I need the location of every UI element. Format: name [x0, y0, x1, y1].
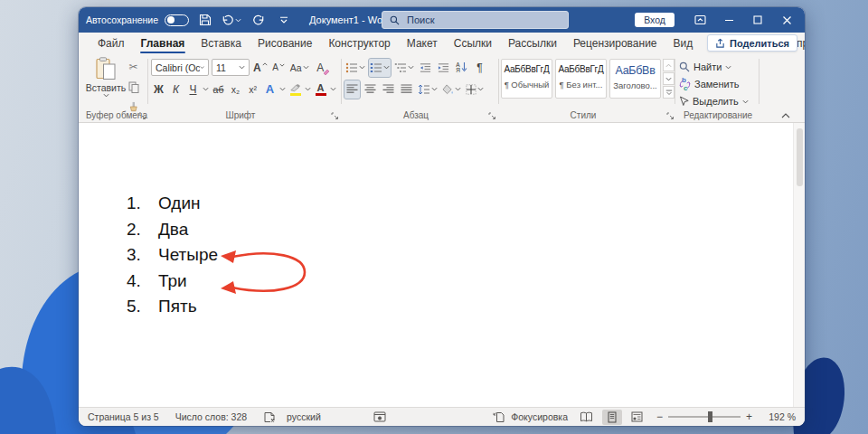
chevron-down-icon	[408, 65, 414, 70]
zoom-level[interactable]: 192 %	[761, 411, 796, 422]
search-box[interactable]: Поиск	[382, 11, 569, 29]
maximize-button[interactable]	[745, 8, 770, 32]
document-canvas[interactable]: 1.Один 2.Два 3.Четыре 4.Три 5.Пять	[79, 123, 805, 407]
tab-references[interactable]: Ссылки	[446, 33, 500, 54]
style-heading1[interactable]: АаБбВв Заголово...	[609, 59, 661, 99]
focus-button[interactable]: Фокусировка	[493, 411, 568, 423]
justify-button[interactable]	[399, 80, 414, 99]
strikethrough-button[interactable]: аб	[211, 80, 226, 99]
change-case-button[interactable]: Аа	[289, 59, 310, 77]
clipboard-dialog-launcher[interactable]	[138, 112, 146, 120]
word-count[interactable]: Число слов: 328	[175, 411, 247, 422]
ribbon-display-options-button[interactable]	[687, 8, 712, 32]
close-button[interactable]	[774, 8, 799, 32]
zoom-slider[interactable]	[668, 416, 741, 418]
cut-button[interactable]: ✂	[126, 58, 141, 76]
subscript-button[interactable]: x₂	[228, 80, 243, 99]
copy-button[interactable]	[126, 78, 141, 96]
zoom-out-button[interactable]: −	[656, 410, 663, 423]
text-effects-button[interactable]: А	[262, 80, 278, 99]
vertical-scrollbar[interactable]	[793, 123, 805, 407]
tab-insert[interactable]: Вставка	[193, 33, 250, 54]
collapse-ribbon-button[interactable]	[781, 113, 790, 118]
multilevel-list-button[interactable]	[393, 59, 415, 77]
signin-button[interactable]: Вход	[635, 13, 675, 27]
share-button[interactable]: Поделиться	[707, 34, 797, 52]
font-dialog-launcher[interactable]	[331, 112, 339, 120]
styles-more-button[interactable]	[663, 86, 675, 99]
find-button[interactable]: Найти	[679, 59, 749, 75]
replace-button[interactable]: b c Заменить	[679, 76, 749, 92]
highlight-button[interactable]	[288, 80, 303, 99]
paste-button[interactable]: Вставить	[88, 57, 124, 118]
align-left-button[interactable]	[344, 80, 360, 99]
chevron-down-icon[interactable]	[279, 87, 286, 91]
tab-design[interactable]: Конструктор	[320, 33, 398, 54]
save-button[interactable]	[195, 10, 215, 30]
font-color-button[interactable]: А	[313, 80, 328, 99]
chevron-down-icon[interactable]	[305, 87, 311, 91]
bold-button[interactable]: Ж	[151, 80, 166, 99]
underline-button[interactable]: Ч	[185, 80, 201, 99]
italic-button[interactable]: К	[168, 80, 184, 99]
font-name-select[interactable]: Calibri (Основ	[151, 59, 209, 76]
print-layout-button[interactable]	[602, 410, 622, 425]
style-no-spacing[interactable]: АаБбВвГгД ¶ Без инт...	[555, 59, 607, 99]
zoom-in-button[interactable]: +	[746, 410, 752, 423]
redo-button[interactable]	[248, 10, 268, 30]
align-right-button[interactable]	[381, 80, 396, 99]
list-item[interactable]: 5.Пять	[127, 294, 218, 320]
superscript-button[interactable]: x²	[245, 80, 260, 99]
show-marks-button[interactable]: ¶	[472, 59, 487, 77]
style-name: ¶ Без инт...	[556, 80, 606, 90]
list-item[interactable]: 4.Три	[127, 269, 218, 295]
autosave-toggle[interactable]	[165, 14, 189, 26]
macro-record-button[interactable]	[373, 411, 386, 422]
sort-button[interactable]: А Я	[454, 59, 469, 77]
chevron-down-icon[interactable]	[330, 87, 336, 91]
chevron-down-icon	[431, 87, 438, 91]
style-normal[interactable]: АаБбВвГгД ¶ Обычный	[501, 59, 552, 99]
language-indicator[interactable]: русский	[287, 411, 321, 422]
shrink-font-button[interactable]: А	[271, 59, 287, 77]
tab-mailings[interactable]: Рассылки	[500, 33, 565, 54]
tab-review[interactable]: Рецензирование	[565, 33, 665, 54]
tab-layout[interactable]: Макет	[399, 33, 446, 54]
read-mode-button[interactable]	[577, 410, 597, 425]
increase-indent-button[interactable]	[436, 59, 451, 77]
tab-file[interactable]: Файл	[90, 33, 133, 54]
clear-formatting-button[interactable]: А	[313, 59, 328, 77]
list-item[interactable]: 2.Два	[127, 217, 218, 243]
chevron-down-icon	[303, 65, 309, 70]
proofing-button[interactable]	[263, 411, 276, 423]
tab-draw[interactable]: Рисование	[250, 33, 320, 54]
zoom-slider-thumb[interactable]	[708, 411, 712, 422]
web-layout-button[interactable]	[627, 410, 647, 425]
undo-button[interactable]	[222, 10, 241, 30]
tab-home[interactable]: Главная	[133, 33, 193, 54]
customize-quick-access-button[interactable]	[274, 10, 294, 30]
styles-scroll-down-button[interactable]	[663, 72, 675, 85]
borders-button[interactable]	[465, 80, 485, 99]
scrollbar-thumb[interactable]	[797, 128, 803, 186]
font-size-select[interactable]: 11	[212, 59, 250, 76]
list-item[interactable]: 3.Четыре	[127, 242, 218, 269]
select-button[interactable]: Выделить	[679, 93, 749, 109]
decrease-indent-button[interactable]	[418, 59, 433, 77]
minimize-button[interactable]	[716, 8, 741, 32]
styles-dialog-launcher[interactable]	[666, 112, 675, 120]
grow-font-button[interactable]: А	[252, 59, 269, 77]
paragraph-dialog-launcher[interactable]	[488, 112, 496, 120]
chevron-down-icon[interactable]	[203, 87, 209, 91]
page-indicator[interactable]: Страница 5 из 5	[88, 411, 159, 422]
numbering-button[interactable]	[369, 59, 391, 77]
tab-view[interactable]: Вид	[665, 33, 702, 54]
list-item[interactable]: 1.Один	[127, 191, 218, 217]
bullets-button[interactable]	[344, 59, 366, 77]
line-spacing-button[interactable]	[417, 80, 439, 99]
list-number: 5.	[127, 294, 158, 320]
styles-group: АаБбВвГгД ¶ Обычный АаБбВвГгД ¶ Без инт.…	[501, 54, 675, 123]
styles-scroll-up-button[interactable]	[663, 59, 675, 71]
shading-button[interactable]	[441, 80, 462, 99]
align-center-button[interactable]	[363, 80, 378, 99]
